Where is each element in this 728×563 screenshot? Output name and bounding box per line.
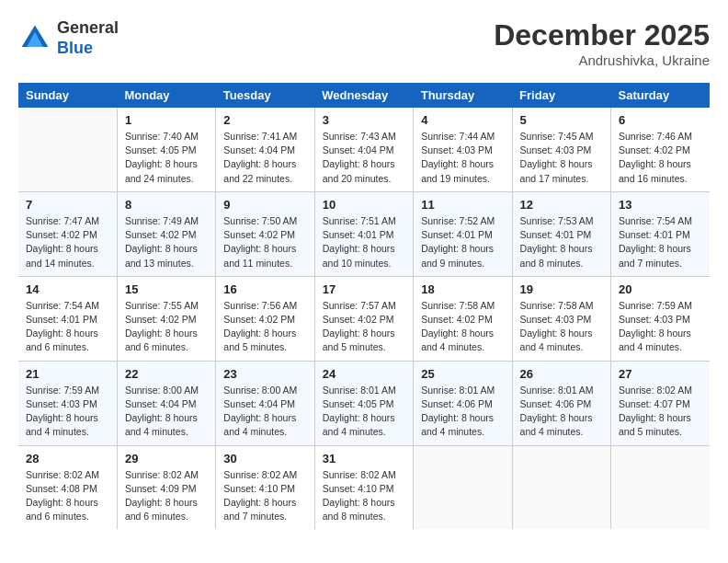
- weekday-sunday: Sunday: [18, 83, 117, 108]
- day-cell: 23Sunrise: 8:00 AMSunset: 4:04 PMDayligh…: [216, 361, 314, 445]
- day-cell: 31Sunrise: 8:02 AMSunset: 4:10 PMDayligh…: [314, 445, 413, 529]
- calendar-table: SundayMondayTuesdayWednesdayThursdayFrid…: [18, 83, 710, 529]
- day-cell: 6Sunrise: 7:46 AMSunset: 4:02 PMDaylight…: [611, 108, 710, 191]
- day-info: Sunrise: 8:00 AMSunset: 4:04 PMDaylight:…: [125, 384, 208, 440]
- day-cell: 13Sunrise: 7:54 AMSunset: 4:01 PMDayligh…: [611, 191, 710, 276]
- day-info: Sunrise: 8:02 AMSunset: 4:08 PMDaylight:…: [26, 468, 109, 524]
- day-info: Sunrise: 7:59 AMSunset: 4:03 PMDaylight:…: [26, 384, 109, 440]
- day-number: 17: [323, 282, 405, 296]
- logo-blue: Blue: [57, 39, 119, 59]
- day-cell: 27Sunrise: 8:02 AMSunset: 4:07 PMDayligh…: [611, 361, 710, 445]
- weekday-thursday: Thursday: [414, 83, 512, 108]
- day-info: Sunrise: 8:01 AMSunset: 4:05 PMDaylight:…: [323, 384, 405, 440]
- day-number: 14: [26, 282, 109, 296]
- weekday-tuesday: Tuesday: [216, 83, 314, 108]
- day-number: 15: [125, 282, 208, 296]
- week-row-2: 7Sunrise: 7:47 AMSunset: 4:02 PMDaylight…: [18, 191, 710, 276]
- week-row-4: 21Sunrise: 7:59 AMSunset: 4:03 PMDayligh…: [18, 361, 710, 445]
- day-info: Sunrise: 7:54 AMSunset: 4:01 PMDaylight:…: [26, 299, 109, 355]
- day-number: 7: [26, 198, 109, 212]
- day-number: 31: [323, 452, 405, 465]
- day-number: 6: [619, 113, 702, 127]
- week-row-5: 28Sunrise: 8:02 AMSunset: 4:08 PMDayligh…: [18, 445, 710, 529]
- day-number: 23: [223, 367, 306, 381]
- weekday-wednesday: Wednesday: [314, 83, 413, 108]
- day-info: Sunrise: 7:43 AMSunset: 4:04 PMDaylight:…: [323, 130, 405, 186]
- day-cell: 20Sunrise: 7:59 AMSunset: 4:03 PMDayligh…: [611, 276, 710, 361]
- page-header: General Blue December 2025 Andrushivka, …: [18, 18, 710, 68]
- day-info: Sunrise: 7:58 AMSunset: 4:02 PMDaylight:…: [421, 299, 504, 355]
- logo-general: General: [57, 18, 119, 39]
- day-cell: 22Sunrise: 8:00 AMSunset: 4:04 PMDayligh…: [117, 361, 215, 445]
- weekday-header-row: SundayMondayTuesdayWednesdayThursdayFrid…: [18, 83, 710, 108]
- day-number: 1: [125, 113, 208, 127]
- day-info: Sunrise: 7:59 AMSunset: 4:03 PMDaylight:…: [619, 299, 702, 355]
- day-cell: 30Sunrise: 8:02 AMSunset: 4:10 PMDayligh…: [216, 445, 314, 529]
- day-number: 2: [223, 113, 306, 127]
- day-number: 3: [323, 113, 405, 127]
- day-number: 19: [520, 282, 603, 296]
- day-number: 18: [421, 282, 504, 296]
- day-number: 8: [125, 198, 208, 212]
- weekday-monday: Monday: [117, 83, 215, 108]
- day-cell: [414, 445, 512, 529]
- day-number: 29: [125, 452, 208, 465]
- day-cell: 26Sunrise: 8:01 AMSunset: 4:06 PMDayligh…: [512, 361, 610, 445]
- day-number: 26: [520, 367, 603, 381]
- day-cell: 10Sunrise: 7:51 AMSunset: 4:01 PMDayligh…: [314, 191, 413, 276]
- day-info: Sunrise: 8:01 AMSunset: 4:06 PMDaylight:…: [520, 384, 603, 440]
- month-title: December 2025: [494, 18, 710, 52]
- day-info: Sunrise: 7:58 AMSunset: 4:03 PMDaylight:…: [520, 299, 603, 355]
- day-info: Sunrise: 8:02 AMSunset: 4:09 PMDaylight:…: [125, 468, 208, 524]
- day-cell: 11Sunrise: 7:52 AMSunset: 4:01 PMDayligh…: [414, 191, 512, 276]
- day-info: Sunrise: 7:53 AMSunset: 4:01 PMDaylight:…: [520, 214, 603, 270]
- day-info: Sunrise: 7:46 AMSunset: 4:02 PMDaylight:…: [619, 130, 702, 186]
- day-info: Sunrise: 8:02 AMSunset: 4:10 PMDaylight:…: [323, 468, 405, 524]
- day-number: 16: [223, 282, 306, 296]
- day-cell: 1Sunrise: 7:40 AMSunset: 4:05 PMDaylight…: [117, 108, 215, 191]
- day-number: 20: [619, 282, 702, 296]
- logo-icon: [18, 22, 51, 55]
- day-number: 12: [520, 198, 603, 212]
- day-cell: 2Sunrise: 7:41 AMSunset: 4:04 PMDaylight…: [216, 108, 314, 191]
- logo: General Blue: [18, 18, 119, 58]
- day-info: Sunrise: 7:49 AMSunset: 4:02 PMDaylight:…: [125, 214, 208, 270]
- day-number: 5: [520, 113, 603, 127]
- day-number: 21: [26, 367, 109, 381]
- day-info: Sunrise: 7:54 AMSunset: 4:01 PMDaylight:…: [619, 214, 702, 270]
- weekday-friday: Friday: [512, 83, 610, 108]
- day-number: 11: [421, 198, 504, 212]
- day-info: Sunrise: 8:00 AMSunset: 4:04 PMDaylight:…: [223, 384, 306, 440]
- day-info: Sunrise: 7:56 AMSunset: 4:02 PMDaylight:…: [223, 299, 306, 355]
- day-cell: 19Sunrise: 7:58 AMSunset: 4:03 PMDayligh…: [512, 276, 610, 361]
- day-cell: 21Sunrise: 7:59 AMSunset: 4:03 PMDayligh…: [18, 361, 117, 445]
- day-cell: 29Sunrise: 8:02 AMSunset: 4:09 PMDayligh…: [117, 445, 215, 529]
- day-number: 22: [125, 367, 208, 381]
- day-info: Sunrise: 8:02 AMSunset: 4:10 PMDaylight:…: [223, 468, 306, 524]
- day-cell: 4Sunrise: 7:44 AMSunset: 4:03 PMDaylight…: [414, 108, 512, 191]
- weekday-saturday: Saturday: [611, 83, 710, 108]
- day-cell: 18Sunrise: 7:58 AMSunset: 4:02 PMDayligh…: [414, 276, 512, 361]
- day-info: Sunrise: 7:52 AMSunset: 4:01 PMDaylight:…: [421, 214, 504, 270]
- day-cell: 28Sunrise: 8:02 AMSunset: 4:08 PMDayligh…: [18, 445, 117, 529]
- week-row-3: 14Sunrise: 7:54 AMSunset: 4:01 PMDayligh…: [18, 276, 710, 361]
- day-info: Sunrise: 7:47 AMSunset: 4:02 PMDaylight:…: [26, 214, 109, 270]
- day-number: 25: [421, 367, 504, 381]
- day-number: 4: [421, 113, 504, 127]
- day-cell: 3Sunrise: 7:43 AMSunset: 4:04 PMDaylight…: [314, 108, 413, 191]
- day-number: 30: [223, 452, 306, 465]
- day-cell: 24Sunrise: 8:01 AMSunset: 4:05 PMDayligh…: [314, 361, 413, 445]
- day-cell: 12Sunrise: 7:53 AMSunset: 4:01 PMDayligh…: [512, 191, 610, 276]
- day-info: Sunrise: 7:45 AMSunset: 4:03 PMDaylight:…: [520, 130, 603, 186]
- day-cell: 9Sunrise: 7:50 AMSunset: 4:02 PMDaylight…: [216, 191, 314, 276]
- day-cell: 17Sunrise: 7:57 AMSunset: 4:02 PMDayligh…: [314, 276, 413, 361]
- day-cell: 7Sunrise: 7:47 AMSunset: 4:02 PMDaylight…: [18, 191, 117, 276]
- day-cell: 5Sunrise: 7:45 AMSunset: 4:03 PMDaylight…: [512, 108, 610, 191]
- title-block: December 2025 Andrushivka, Ukraine: [494, 18, 710, 68]
- day-info: Sunrise: 8:01 AMSunset: 4:06 PMDaylight:…: [421, 384, 504, 440]
- day-cell: 25Sunrise: 8:01 AMSunset: 4:06 PMDayligh…: [414, 361, 512, 445]
- day-cell: [18, 108, 117, 191]
- day-number: 10: [323, 198, 405, 212]
- day-info: Sunrise: 7:50 AMSunset: 4:02 PMDaylight:…: [223, 214, 306, 270]
- day-number: 27: [619, 367, 702, 381]
